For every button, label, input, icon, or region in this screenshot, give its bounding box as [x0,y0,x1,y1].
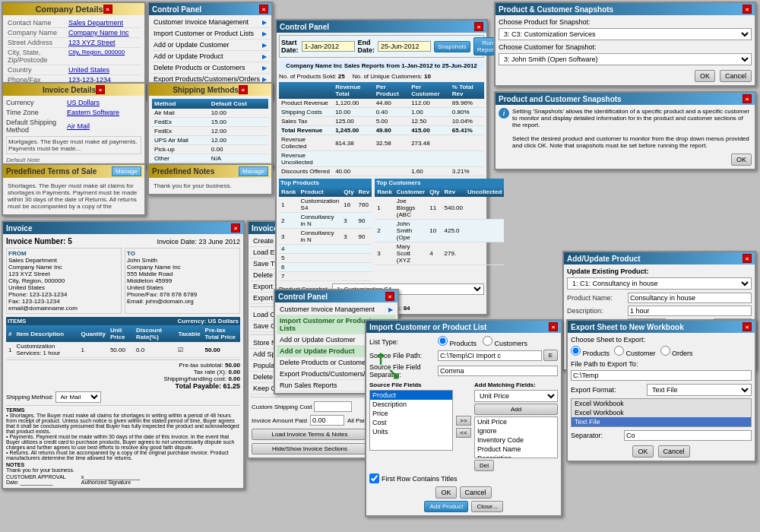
invoice-items-section: ITEMS Currency: US Dollars # Item Descri… [6,317,240,358]
ic-add-product-btn[interactable]: Add Product [424,501,468,512]
ic-field-price[interactable]: Price [370,409,452,418]
es-option-excel2[interactable]: Excel Workbook [572,408,751,417]
es-option-text[interactable]: Text File [572,417,751,426]
ic-products-radio[interactable] [438,336,448,346]
cp-delete-products[interactable]: Delete Products or Customers ▶ [150,62,270,74]
ic-load-terms-btn[interactable]: Load Invoice Terms & Notes [252,429,368,440]
ps-customer-select[interactable]: 3: John Smith (Open Software) [499,53,752,65]
cp-add-update-product[interactable]: Add or Update Product ▶ [150,51,270,62]
export-sheet-close[interactable]: × [743,322,752,331]
es-cancel-btn[interactable]: Cancel [658,445,690,458]
es-separator-input[interactable] [624,430,752,441]
shipping-table: Method Default Cost Air Mail10.00FedEx15… [152,99,268,163]
product-snap-info-close[interactable]: × [743,94,752,103]
import-customer-close[interactable]: × [549,322,558,331]
ic-source-file-input[interactable] [438,350,542,361]
shipping-row-0: Air Mail10.00 [152,109,268,118]
invoice-close[interactable]: × [231,223,240,233]
ic-matched-unit-price[interactable]: Unit Price [475,417,557,426]
invoice-to: TO John Smith Company Name Inc 555 Middl… [125,248,240,314]
es-orders-radio[interactable] [660,346,670,356]
ic-matched-description[interactable]: Description [475,454,557,458]
es-filepath-input[interactable] [571,370,752,381]
shipping-methods-titlebar: Shipping Methods × [149,84,271,96]
invoice-details-title: Invoice Details [43,86,96,94]
end-date-input[interactable] [378,41,431,52]
aup-name-input[interactable] [628,293,752,303]
ic-close-import-btn[interactable]: Close... [471,501,502,512]
product-snap-info-ok-btn[interactable]: OK [731,154,752,166]
es-customer-radio[interactable] [614,346,624,356]
ic-customers-radio[interactable] [483,336,492,346]
add-update-product-close[interactable]: × [743,254,752,263]
export-sheet-window: Export Sheet to New Workbook × Choose Sh… [566,319,756,462]
predefined-terms-manage-btn[interactable]: Manage [112,166,141,176]
product-snap-info-content: i Setting 'Snapshots' allows the identif… [496,105,755,169]
ic-first-row-checkbox[interactable] [369,473,379,483]
top-customers-section: Top Customers Rank Customer Qty Rev Unco… [375,179,504,281]
ps-product-select[interactable]: 3: C3: Customization Services [499,28,752,40]
aup-name-row: Product Name: [567,293,752,303]
es-format-select[interactable]: Excel Workbook Excel Workbook Text File [647,384,752,396]
ic-map-right-btn[interactable]: >> [456,416,471,426]
company-details-close[interactable]: × [103,5,112,14]
cp-customer-invoice[interactable]: Customer Invoice Management ▶ [150,17,270,28]
aup-product-select[interactable]: 1: C1: Consultancy in house [567,277,752,290]
product-snap-info-titlebar: Product and Customer Snapshots × [496,93,755,105]
cp-add-update-customer[interactable]: Add or Update Customer ▶ [150,40,270,51]
ic-matching-select[interactable]: Unit Price Ignore Inventory Code Product… [474,390,558,402]
sales-report-close[interactable]: × [474,22,483,31]
top-products-table: Rank Product Qty Rev 1Customization S416… [279,187,372,281]
invoice-shipping-method-row: Shipping Method: Air Mail [6,391,240,403]
shipping-methods-title: Shipping Methods [173,86,239,94]
control-panel-main-close[interactable]: × [259,5,268,14]
ic-field-cost[interactable]: Cost [370,418,452,427]
shipping-row-5: OtherN/A [152,154,268,163]
rev-row-uncollected: Revenue Uncollected [279,151,484,167]
aup-desc-input[interactable] [628,306,752,316]
es-ok-btn[interactable]: OK [632,445,653,458]
ic-add-btn[interactable]: Add [474,404,558,415]
product-snap-info-window: Product and Customer Snapshots × i Setti… [494,91,756,170]
invoice-details-titlebar: Invoice Details × [3,84,144,96]
cp-overlay-title: Control Panel [278,293,328,301]
ic-cancel-btn[interactable]: Cancel [460,486,492,499]
cp-overlay-close[interactable]: × [385,292,394,301]
predefined-notes-manage-btn[interactable]: Manage [239,166,268,176]
ps-cancel-btn[interactable]: Cancel [720,70,752,82]
ic-separator-input[interactable] [438,366,558,376]
shipping-method-select[interactable]: Air Mail [55,391,101,403]
shipping-methods-close[interactable]: × [239,85,248,94]
invoice-details-close[interactable]: × [96,85,105,94]
shipping-row-3: UPS Air Mail12.00 [152,136,268,145]
ic-browse-btn[interactable]: E [543,350,558,361]
ps-ok-btn[interactable]: OK [695,70,715,82]
product-snap-info-ok-row: OK [512,154,752,166]
ic-shipping-cost-input[interactable] [314,401,352,412]
snapshots-btn[interactable]: Snapshots [434,41,470,52]
ic-matched-listbox[interactable]: Unit Price Ignore Inventory Code Product… [474,416,558,458]
ic-matched-prod-name[interactable]: Product Name [475,445,557,454]
product-snapshots-close[interactable]: × [743,5,752,14]
ic-field-product[interactable]: Product [370,391,452,400]
es-products-radio[interactable] [571,346,581,356]
ic-ok-btn[interactable]: OK [435,486,456,499]
ic-matched-ignore[interactable]: Ignore [475,426,557,435]
ic-map-left-btn[interactable]: << [456,428,471,438]
import-customer-content: List Type: Products Customers Source Fil… [366,333,561,515]
es-option-excel1[interactable]: Excel Workbook [572,399,751,408]
ic-del-btn[interactable]: Del [474,460,494,471]
cd-row-1: Company Name Company Name Inc [6,28,141,38]
ic-source-fields-listbox[interactable]: Product Description Price Cost Units [369,390,453,451]
cpo-customer-invoice[interactable]: Customer Invoice Management▶ [277,304,396,315]
es-format-dropdown: Excel Workbook Excel Workbook Text File [571,398,752,427]
predefined-terms-text: Shortages. The Buyer must make all claim… [6,181,141,211]
ic-matched-inv-code[interactable]: Inventory Code [475,435,557,445]
cp-import-customer[interactable]: Import Customer or Product Lists ▶ [150,28,270,40]
import-customer-title: Import Customer or Product List [369,323,486,331]
ic-amount-paid-input[interactable] [310,415,344,426]
start-date-input[interactable] [302,41,355,52]
ic-hide-show-btn[interactable]: Hide/Show Invoice Sections [252,443,368,454]
ic-field-description[interactable]: Description [370,400,452,409]
ic-field-units[interactable]: Units [370,427,452,436]
